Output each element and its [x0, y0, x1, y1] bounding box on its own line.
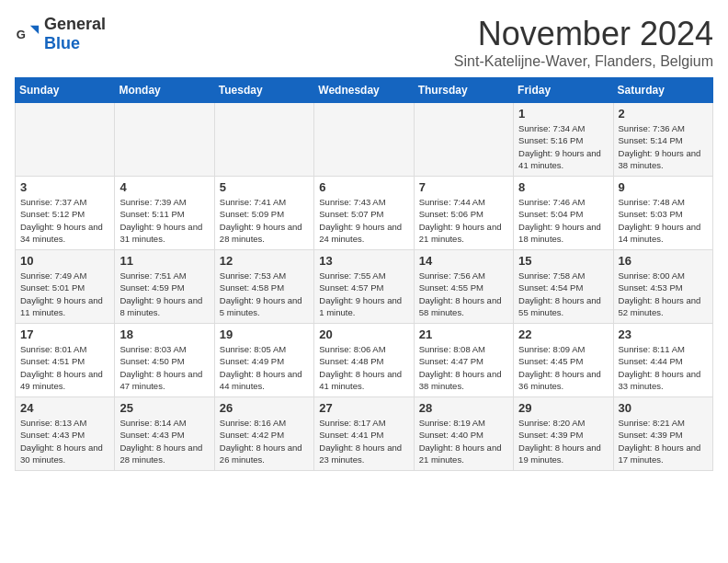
logo-blue: Blue [44, 34, 80, 52]
day-number: 21 [419, 327, 508, 341]
calendar-cell: 23Sunrise: 8:11 AM Sunset: 4:44 PM Dayli… [613, 324, 712, 397]
logo: G General Blue [15, 15, 106, 53]
calendar-cell: 26Sunrise: 8:16 AM Sunset: 4:42 PM Dayli… [214, 397, 313, 471]
header-day: Thursday [414, 78, 513, 103]
calendar-cell: 10Sunrise: 7:49 AM Sunset: 5:01 PM Dayli… [16, 250, 115, 324]
calendar-cell: 22Sunrise: 8:09 AM Sunset: 4:45 PM Dayli… [514, 324, 613, 397]
day-info: Sunrise: 7:55 AM Sunset: 4:57 PM Dayligh… [319, 270, 408, 318]
calendar-cell: 5Sunrise: 7:41 AM Sunset: 5:09 PM Daylig… [214, 177, 313, 250]
day-number: 20 [319, 327, 408, 341]
day-number: 6 [319, 180, 408, 194]
day-info: Sunrise: 8:00 AM Sunset: 4:53 PM Dayligh… [619, 270, 708, 318]
day-info: Sunrise: 7:44 AM Sunset: 5:06 PM Dayligh… [419, 196, 508, 245]
calendar-cell: 8Sunrise: 7:46 AM Sunset: 5:04 PM Daylig… [514, 177, 613, 250]
calendar-cell: 11Sunrise: 7:51 AM Sunset: 4:59 PM Dayli… [115, 250, 214, 324]
calendar-cell: 20Sunrise: 8:06 AM Sunset: 4:48 PM Dayli… [314, 324, 414, 397]
day-info: Sunrise: 8:03 AM Sunset: 4:50 PM Dayligh… [119, 343, 209, 392]
day-number: 19 [220, 327, 309, 341]
calendar-cell [414, 103, 513, 177]
day-number: 22 [518, 327, 608, 341]
calendar-cell: 29Sunrise: 8:20 AM Sunset: 4:39 PM Dayli… [514, 397, 613, 471]
calendar-cell: 25Sunrise: 8:14 AM Sunset: 4:43 PM Dayli… [115, 397, 214, 471]
title-area: November 2024 Sint-Katelijne-Waver, Flan… [454, 15, 713, 70]
calendar-week-row: 3Sunrise: 7:37 AM Sunset: 5:12 PM Daylig… [16, 177, 713, 250]
calendar-cell: 17Sunrise: 8:01 AM Sunset: 4:51 PM Dayli… [16, 324, 115, 397]
day-number: 9 [619, 180, 708, 194]
day-number: 15 [518, 254, 608, 268]
calendar-cell: 19Sunrise: 8:05 AM Sunset: 4:49 PM Dayli… [214, 324, 313, 397]
day-info: Sunrise: 7:34 AM Sunset: 5:16 PM Dayligh… [518, 122, 608, 171]
day-number: 28 [419, 401, 508, 415]
header-day: Sunday [16, 78, 115, 103]
calendar-cell: 28Sunrise: 8:19 AM Sunset: 4:40 PM Dayli… [414, 397, 513, 471]
day-number: 24 [20, 401, 109, 415]
calendar-cell: 18Sunrise: 8:03 AM Sunset: 4:50 PM Dayli… [115, 324, 214, 397]
svg-text:G: G [17, 28, 26, 41]
day-info: Sunrise: 8:05 AM Sunset: 4:49 PM Dayligh… [220, 343, 309, 392]
day-number: 2 [619, 107, 708, 121]
day-info: Sunrise: 7:48 AM Sunset: 5:03 PM Dayligh… [619, 196, 708, 245]
day-info: Sunrise: 7:46 AM Sunset: 5:04 PM Dayligh… [518, 196, 608, 245]
day-info: Sunrise: 8:14 AM Sunset: 4:43 PM Dayligh… [119, 417, 209, 465]
calendar-cell [314, 103, 414, 177]
calendar-cell: 7Sunrise: 7:44 AM Sunset: 5:06 PM Daylig… [414, 177, 513, 250]
header-day: Friday [514, 78, 613, 103]
day-info: Sunrise: 8:20 AM Sunset: 4:39 PM Dayligh… [518, 417, 608, 465]
calendar-cell: 14Sunrise: 7:56 AM Sunset: 4:55 PM Dayli… [414, 250, 513, 324]
day-info: Sunrise: 7:36 AM Sunset: 5:14 PM Dayligh… [619, 122, 708, 171]
calendar-week-row: 17Sunrise: 8:01 AM Sunset: 4:51 PM Dayli… [16, 324, 713, 397]
day-number: 14 [419, 254, 508, 268]
calendar-cell: 3Sunrise: 7:37 AM Sunset: 5:12 PM Daylig… [16, 177, 115, 250]
calendar-cell: 15Sunrise: 7:58 AM Sunset: 4:54 PM Dayli… [514, 250, 613, 324]
day-info: Sunrise: 7:56 AM Sunset: 4:55 PM Dayligh… [419, 270, 508, 318]
calendar-cell: 21Sunrise: 8:08 AM Sunset: 4:47 PM Dayli… [414, 324, 513, 397]
day-info: Sunrise: 8:09 AM Sunset: 4:45 PM Dayligh… [518, 343, 608, 392]
day-info: Sunrise: 8:17 AM Sunset: 4:41 PM Dayligh… [319, 417, 408, 465]
calendar-cell: 1Sunrise: 7:34 AM Sunset: 5:16 PM Daylig… [514, 103, 613, 177]
day-info: Sunrise: 7:41 AM Sunset: 5:09 PM Dayligh… [220, 196, 309, 245]
day-info: Sunrise: 8:21 AM Sunset: 4:39 PM Dayligh… [619, 417, 708, 465]
day-number: 29 [518, 401, 608, 415]
day-info: Sunrise: 7:53 AM Sunset: 4:58 PM Dayligh… [220, 270, 309, 318]
calendar-cell: 16Sunrise: 8:00 AM Sunset: 4:53 PM Dayli… [613, 250, 712, 324]
day-number: 4 [119, 180, 209, 194]
calendar-cell: 13Sunrise: 7:55 AM Sunset: 4:57 PM Dayli… [314, 250, 414, 324]
day-info: Sunrise: 8:01 AM Sunset: 4:51 PM Dayligh… [20, 343, 109, 392]
day-info: Sunrise: 8:13 AM Sunset: 4:43 PM Dayligh… [20, 417, 109, 465]
day-number: 13 [319, 254, 408, 268]
day-info: Sunrise: 8:16 AM Sunset: 4:42 PM Dayligh… [220, 417, 309, 465]
day-number: 18 [119, 327, 209, 341]
day-number: 16 [619, 254, 708, 268]
day-info: Sunrise: 7:37 AM Sunset: 5:12 PM Dayligh… [20, 196, 109, 245]
day-number: 26 [220, 401, 309, 415]
calendar-table: SundayMondayTuesdayWednesdayThursdayFrid… [15, 77, 713, 471]
day-info: Sunrise: 7:39 AM Sunset: 5:11 PM Dayligh… [119, 196, 209, 245]
logo-icon: G [15, 21, 40, 47]
day-info: Sunrise: 7:43 AM Sunset: 5:07 PM Dayligh… [319, 196, 408, 245]
calendar-cell: 9Sunrise: 7:48 AM Sunset: 5:03 PM Daylig… [613, 177, 712, 250]
day-info: Sunrise: 7:51 AM Sunset: 4:59 PM Dayligh… [119, 270, 209, 318]
calendar-cell: 2Sunrise: 7:36 AM Sunset: 5:14 PM Daylig… [613, 103, 712, 177]
month-title: November 2024 [454, 15, 713, 53]
svg-marker-1 [30, 26, 39, 34]
day-number: 11 [119, 254, 209, 268]
calendar-cell: 24Sunrise: 8:13 AM Sunset: 4:43 PM Dayli… [16, 397, 115, 471]
day-number: 5 [220, 180, 309, 194]
day-number: 12 [220, 254, 309, 268]
day-number: 23 [619, 327, 708, 341]
day-info: Sunrise: 8:19 AM Sunset: 4:40 PM Dayligh… [419, 417, 508, 465]
header-day: Monday [115, 78, 214, 103]
day-info: Sunrise: 7:58 AM Sunset: 4:54 PM Dayligh… [518, 270, 608, 318]
calendar-header-row: SundayMondayTuesdayWednesdayThursdayFrid… [16, 78, 713, 103]
header: G General Blue November 2024 Sint-Kateli… [15, 15, 713, 70]
calendar-cell: 30Sunrise: 8:21 AM Sunset: 4:39 PM Dayli… [613, 397, 712, 471]
day-info: Sunrise: 8:11 AM Sunset: 4:44 PM Dayligh… [619, 343, 708, 392]
day-number: 25 [119, 401, 209, 415]
header-day: Tuesday [214, 78, 313, 103]
day-number: 7 [419, 180, 508, 194]
day-number: 10 [20, 254, 109, 268]
header-day: Wednesday [314, 78, 414, 103]
day-number: 8 [518, 180, 608, 194]
calendar-week-row: 10Sunrise: 7:49 AM Sunset: 5:01 PM Dayli… [16, 250, 713, 324]
logo-general: General [44, 15, 106, 33]
